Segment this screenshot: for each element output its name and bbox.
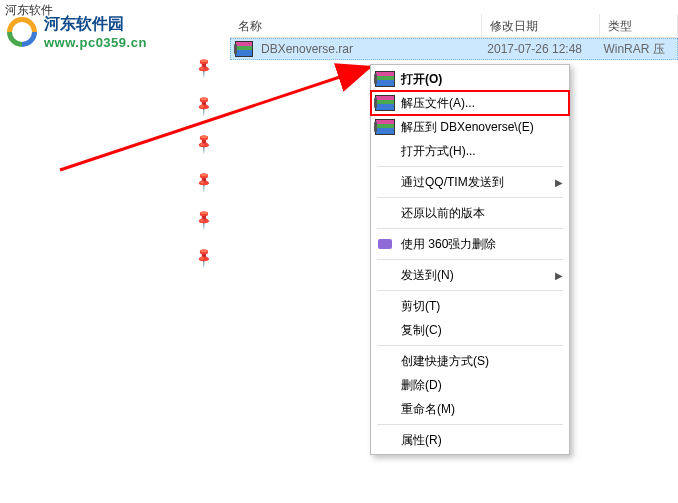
- annotation-arrow: [55, 55, 385, 175]
- menu-label: 通过QQ/TIM发送到: [401, 174, 555, 191]
- menu-separator: [377, 424, 563, 425]
- menu-label: 创建快捷方式(S): [401, 353, 563, 370]
- svg-rect-2: [378, 239, 392, 249]
- menu-extract-files[interactable]: 解压文件(A)...: [371, 91, 569, 115]
- menu-cut[interactable]: 剪切(T): [371, 294, 569, 318]
- menu-open-with[interactable]: 打开方式(H)...: [371, 139, 569, 163]
- menu-rename[interactable]: 重命名(M): [371, 397, 569, 421]
- column-name[interactable]: 名称: [230, 14, 482, 37]
- blank-icon: [375, 143, 395, 159]
- menu-label: 打开方式(H)...: [401, 143, 563, 160]
- blank-icon: [375, 353, 395, 369]
- quick-access-pins: 📌 📌 📌 📌 📌 📌: [195, 58, 215, 264]
- menu-send-to[interactable]: 发送到(N) ▶: [371, 263, 569, 287]
- watermark: 河东软件园 www.pc0359.cn: [4, 14, 147, 50]
- menu-label: 删除(D): [401, 377, 563, 394]
- blank-icon: [375, 401, 395, 417]
- blank-icon: [375, 174, 395, 190]
- menu-label: 重命名(M): [401, 401, 563, 418]
- menu-open[interactable]: 打开(O): [371, 67, 569, 91]
- menu-separator: [377, 228, 563, 229]
- blank-icon: [375, 267, 395, 283]
- menu-label: 解压文件(A)...: [401, 95, 563, 112]
- file-row[interactable]: DBXenoverse.rar 2017-07-26 12:48 WinRAR …: [230, 38, 678, 60]
- context-menu: 打开(O) 解压文件(A)... 解压到 DBXenoverse\(E) 打开方…: [370, 64, 570, 455]
- menu-separator: [377, 259, 563, 260]
- blank-icon: [375, 432, 395, 448]
- blank-icon: [375, 298, 395, 314]
- menu-force-delete[interactable]: 使用 360强力删除: [371, 232, 569, 256]
- menu-label: 复制(C): [401, 322, 563, 339]
- blank-icon: [375, 377, 395, 393]
- file-name: DBXenoverse.rar: [257, 42, 483, 56]
- list-header: 名称 修改日期 类型: [230, 14, 678, 38]
- pin-icon: 📌: [192, 243, 217, 268]
- pin-icon: 📌: [192, 205, 217, 230]
- menu-shortcut[interactable]: 创建快捷方式(S): [371, 349, 569, 373]
- menu-label: 打开(O): [401, 71, 563, 88]
- svg-line-1: [60, 67, 370, 170]
- menu-separator: [377, 290, 563, 291]
- menu-label: 剪切(T): [401, 298, 563, 315]
- blank-icon: [375, 205, 395, 221]
- watermark-title: 河东软件园: [44, 14, 147, 35]
- chevron-right-icon: ▶: [555, 177, 563, 188]
- pin-icon: 📌: [192, 129, 217, 154]
- rar-icon: [375, 119, 395, 135]
- menu-label: 使用 360强力删除: [401, 236, 563, 253]
- column-type[interactable]: 类型: [600, 14, 678, 37]
- blank-icon: [375, 322, 395, 338]
- menu-separator: [377, 166, 563, 167]
- rar-file-icon: [235, 41, 253, 57]
- menu-label: 还原以前的版本: [401, 205, 563, 222]
- shredder-icon: [375, 236, 395, 252]
- pin-icon: 📌: [192, 53, 217, 78]
- menu-label: 解压到 DBXenoverse\(E): [401, 119, 563, 136]
- menu-separator: [377, 197, 563, 198]
- menu-extract-to[interactable]: 解压到 DBXenoverse\(E): [371, 115, 569, 139]
- file-date: 2017-07-26 12:48: [483, 42, 599, 56]
- menu-properties[interactable]: 属性(R): [371, 428, 569, 452]
- rar-icon: [375, 95, 395, 111]
- menu-send-qq[interactable]: 通过QQ/TIM发送到 ▶: [371, 170, 569, 194]
- window-title: 河东软件: [0, 0, 58, 18]
- menu-separator: [377, 345, 563, 346]
- menu-label: 发送到(N): [401, 267, 555, 284]
- chevron-right-icon: ▶: [555, 270, 563, 281]
- pin-icon: 📌: [192, 91, 217, 116]
- watermark-url: www.pc0359.cn: [44, 35, 147, 50]
- menu-label: 属性(R): [401, 432, 563, 449]
- menu-restore[interactable]: 还原以前的版本: [371, 201, 569, 225]
- column-date[interactable]: 修改日期: [482, 14, 599, 37]
- menu-copy[interactable]: 复制(C): [371, 318, 569, 342]
- file-type: WinRAR 压: [599, 41, 677, 58]
- menu-delete[interactable]: 删除(D): [371, 373, 569, 397]
- rar-icon: [375, 71, 395, 87]
- pin-icon: 📌: [192, 167, 217, 192]
- watermark-logo-icon: [4, 14, 40, 50]
